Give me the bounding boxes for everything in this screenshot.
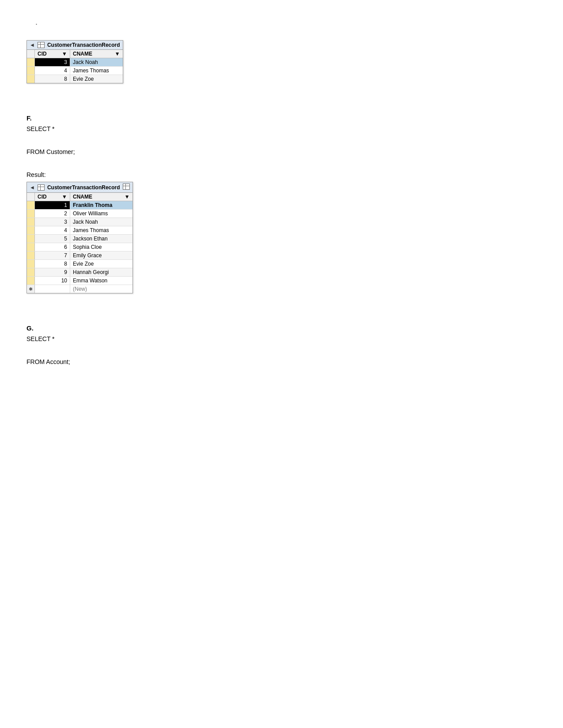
new-row-cid: [35, 285, 70, 293]
section-f-label: F.: [26, 114, 537, 122]
cell-cname: James Thomas: [70, 226, 132, 234]
table-row[interactable]: 8 Evie Zoe: [27, 75, 123, 83]
section-g-query-line2: FROM Account;: [26, 358, 537, 365]
cell-cid: 5: [35, 235, 70, 243]
section-g-label: G.: [26, 324, 537, 332]
cid-sort-icon-f[interactable]: ▼: [62, 194, 67, 200]
result-label: Result:: [26, 171, 537, 178]
cell-cname: Evie Zoe: [70, 260, 132, 268]
cell-cname: Jack Noah: [70, 218, 132, 226]
table-row[interactable]: 7 Emily Grace: [27, 251, 132, 260]
cell-cid: 1: [35, 201, 70, 209]
cell-cid: 7: [35, 251, 70, 259]
table-row[interactable]: 1 Franklin Thoma: [27, 201, 132, 210]
row-indicator: [27, 243, 35, 251]
cell-cid: 3: [35, 58, 70, 66]
cell-cname: Franklin Thoma: [70, 201, 132, 209]
cell-cname: Jackson Ethan: [70, 235, 132, 243]
result-table-widget: ◄ CustomerTransactionRecord CID ▼ CNAME …: [26, 182, 133, 293]
table-icon-f: [38, 184, 45, 191]
col-cname-header: CNAME ▼: [70, 50, 123, 58]
small-table-col-header: CID ▼ CNAME ▼: [27, 50, 123, 58]
cell-cname: Jack Noah: [70, 58, 123, 66]
col-cid-header: CID ▼: [35, 50, 70, 58]
cell-cid: 2: [35, 210, 70, 218]
cell-cid: 4: [35, 67, 70, 75]
table-row[interactable]: 5 Jackson Ethan: [27, 235, 132, 243]
section-f-query-line2: FROM Customer;: [26, 148, 537, 155]
small-table-header: ◄ CustomerTransactionRecord: [27, 41, 123, 50]
row-indicator: [27, 277, 35, 285]
table-row[interactable]: 4 James Thomas: [27, 226, 132, 235]
row-indicator: [27, 268, 35, 276]
cell-cid: 8: [35, 260, 70, 268]
table-row[interactable]: 6 Sophia Cloe: [27, 243, 132, 251]
col-cid-header-f: CID ▼: [35, 193, 70, 201]
table-row[interactable]: 3 Jack Noah: [27, 218, 132, 226]
cell-cname: Evie Zoe: [70, 75, 123, 83]
cid-sort-icon[interactable]: ▼: [62, 51, 67, 57]
cell-cname: Emily Grace: [70, 251, 132, 259]
col-row-indicator: [27, 50, 35, 58]
cell-cname: Sophia Cloe: [70, 243, 132, 251]
col-cname-header-f: CNAME ▼: [70, 193, 132, 201]
table-row[interactable]: 9 Hannah Georgi: [27, 268, 132, 277]
table-row[interactable]: 2 Oliver Williams: [27, 210, 132, 218]
row-indicator: [27, 218, 35, 226]
small-table-widget: ◄ CustomerTransactionRecord CID ▼ CNAME …: [26, 40, 123, 83]
cell-cname: Emma Watson: [70, 277, 132, 285]
row-indicator: [27, 251, 35, 259]
result-table-title: CustomerTransactionRecord: [47, 184, 120, 191]
result-table-col-header: CID ▼ CNAME ▼: [27, 193, 132, 201]
table-row[interactable]: 8 Evie Zoe: [27, 260, 132, 268]
nav-back-icon-f[interactable]: ◄: [30, 184, 35, 191]
row-indicator: [27, 226, 35, 234]
cell-cid: 9: [35, 268, 70, 276]
row-indicator: [27, 260, 35, 268]
row-indicator: [27, 210, 35, 218]
new-row-indicator: ✱: [27, 285, 35, 293]
cell-cid: 3: [35, 218, 70, 226]
table-row[interactable]: 3 Jack Noah: [27, 58, 123, 67]
cname-sort-icon[interactable]: ▼: [115, 51, 120, 57]
row-indicator: [27, 201, 35, 209]
table-icon: [38, 42, 45, 48]
cname-sort-icon-f[interactable]: ▼: [125, 194, 130, 200]
section-f-query-line1: SELECT *: [26, 125, 537, 132]
table-row[interactable]: 10 Emma Watson: [27, 277, 132, 285]
row-indicator: [27, 58, 35, 66]
row-indicator: [27, 67, 35, 75]
decorative-dot: .: [35, 18, 537, 27]
cell-cid: 6: [35, 243, 70, 251]
extra-table-icon: [123, 184, 130, 191]
row-indicator: [27, 235, 35, 243]
result-table-header: ◄ CustomerTransactionRecord: [27, 182, 132, 193]
section-g-query-line1: SELECT *: [26, 335, 537, 342]
table-row[interactable]: 4 James Thomas: [27, 67, 123, 75]
new-row: ✱ (New): [27, 285, 132, 293]
cell-cname: Oliver Williams: [70, 210, 132, 218]
cell-cname: James Thomas: [70, 67, 123, 75]
cell-cid: 10: [35, 277, 70, 285]
small-table-title: CustomerTransactionRecord: [47, 42, 120, 48]
row-indicator: [27, 75, 35, 83]
new-row-cname: (New): [70, 285, 132, 293]
cell-cname: Hannah Georgi: [70, 268, 132, 276]
cell-cid: 8: [35, 75, 70, 83]
cell-cid: 4: [35, 226, 70, 234]
nav-back-icon[interactable]: ◄: [30, 42, 35, 48]
col-row-indicator-f: [27, 193, 35, 201]
